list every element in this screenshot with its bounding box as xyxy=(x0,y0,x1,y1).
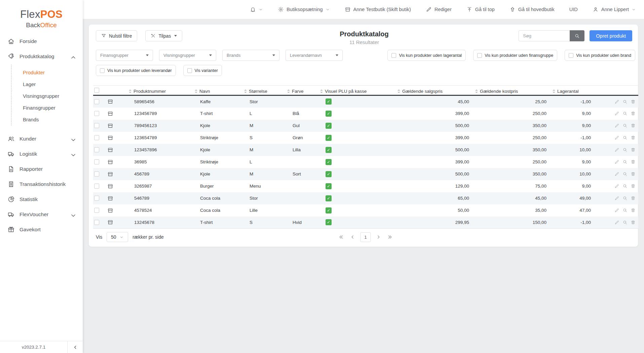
delete-icon[interactable] xyxy=(631,159,636,164)
edit-icon[interactable] xyxy=(614,220,619,225)
header-user-menu[interactable]: Anne Lippert xyxy=(593,6,636,12)
first-page-button[interactable] xyxy=(338,233,345,241)
header-current-store[interactable]: Anne Testbutik (Skift butik) xyxy=(345,6,411,12)
table-row[interactable]: 123457896KjoleMLilla✓500,00350,0010,00 xyxy=(93,144,638,156)
table-row[interactable]: 3265987BurgerMenu✓129,0075,009,00 xyxy=(93,180,638,192)
create-product-button[interactable]: Opret produkt xyxy=(590,30,632,41)
checkbox-icon[interactable] xyxy=(569,53,573,58)
sort-icon[interactable] xyxy=(129,89,131,93)
table-row[interactable]: 123654789StriktrøjeSGrøn✓399,00250,00-1,… xyxy=(93,132,638,144)
delete-icon[interactable] xyxy=(631,171,636,176)
table-row[interactable]: 456789KjoleMSort✓500,00350,0010,00 xyxy=(93,168,638,180)
row-checkbox[interactable] xyxy=(94,171,99,176)
sidebar-item-statistik[interactable]: Statistik xyxy=(0,192,83,207)
filter-checkbox-vis-kun-produkter-uden-lagerantal[interactable]: Vis kun produkter uden lagerantal xyxy=(387,50,466,61)
delete-icon[interactable] xyxy=(631,147,636,152)
header-uid[interactable]: UID xyxy=(569,7,578,12)
sidebar-item-transaktionshistorik[interactable]: Transaktionshistorik xyxy=(0,176,83,192)
view-icon[interactable] xyxy=(622,171,628,176)
edit-icon[interactable] xyxy=(614,171,619,176)
table-row[interactable]: 36985StriktrøjeL✓399,00250,009,00 xyxy=(93,156,638,168)
column-header-farve[interactable]: Farve xyxy=(285,86,317,95)
delete-icon[interactable] xyxy=(631,123,636,128)
row-checkbox[interactable] xyxy=(94,196,99,201)
column-header-lagerantal[interactable]: Lagerantal xyxy=(550,86,594,95)
sidebar-item-brands[interactable]: Brands xyxy=(23,114,83,125)
edit-icon[interactable] xyxy=(614,111,619,116)
sort-icon[interactable] xyxy=(475,89,478,93)
sidebar-item-kunder[interactable]: Kunder xyxy=(0,131,83,146)
previous-page-button[interactable] xyxy=(349,233,356,241)
table-row[interactable]: 58965456KaffeStor✓45,0025,00-1,00 xyxy=(93,95,638,108)
header-edit[interactable]: Rediger xyxy=(426,6,452,12)
sidebar-item-visningsgrupper[interactable]: Visningsgrupper xyxy=(23,90,83,102)
edit-icon[interactable] xyxy=(614,123,619,128)
edit-icon[interactable] xyxy=(614,147,619,152)
row-checkbox[interactable] xyxy=(94,208,99,213)
delete-icon[interactable] xyxy=(631,196,636,201)
column-header-produktnummer[interactable]: Produktnummer xyxy=(126,86,192,95)
header-notifications[interactable] xyxy=(250,6,263,12)
sidebar-item-lager[interactable]: Lager xyxy=(23,78,83,90)
filter-checkbox-vis-varianter[interactable]: Vis varianter xyxy=(183,65,222,76)
table-row[interactable]: 546789Coca colaStor✓65,0045,0049,00 xyxy=(93,192,638,204)
row-checkbox[interactable] xyxy=(94,135,99,140)
row-checkbox[interactable] xyxy=(94,159,99,164)
row-checkbox[interactable] xyxy=(94,123,99,128)
edit-icon[interactable] xyxy=(614,135,619,140)
edit-icon[interactable] xyxy=(614,184,619,189)
delete-icon[interactable] xyxy=(631,99,636,104)
delete-icon[interactable] xyxy=(631,184,636,189)
sidebar-item-flexvoucher[interactable]: FlexVoucher xyxy=(0,207,83,222)
view-icon[interactable] xyxy=(622,184,628,189)
row-checkbox[interactable] xyxy=(94,184,99,189)
reset-filters-button[interactable]: Nulstil filtre xyxy=(96,30,137,41)
sidebar-item-forside[interactable]: Forside xyxy=(0,34,83,49)
view-icon[interactable] xyxy=(622,196,628,201)
edit-icon[interactable] xyxy=(614,196,619,201)
delete-icon[interactable] xyxy=(631,220,636,225)
filter-select-finansgrupper[interactable]: Finansgrupper xyxy=(96,50,153,61)
filter-checkbox-vis-kun-produkter-uden-finansgruppe[interactable]: Vis kun produkter uden finansgruppe xyxy=(473,50,557,61)
sort-icon[interactable] xyxy=(195,89,197,93)
edit-icon[interactable] xyxy=(614,159,619,164)
next-page-button[interactable] xyxy=(375,233,382,241)
sort-icon[interactable] xyxy=(397,89,400,93)
sidebar-item-finansgrupper[interactable]: Finansgrupper xyxy=(23,102,83,114)
sidebar-item-produkter[interactable]: Produkter xyxy=(23,67,83,78)
table-row[interactable]: 789456123KjoleMGul✓500,00350,009,00 xyxy=(93,120,638,132)
delete-icon[interactable] xyxy=(631,208,636,213)
sidebar-item-produktkatalog[interactable]: Produktkatalog xyxy=(0,49,83,64)
table-row[interactable]: 123456789T-shirtLBlå✓399,00250,009,00 xyxy=(93,108,638,120)
edit-icon[interactable] xyxy=(614,208,619,213)
last-page-button[interactable] xyxy=(386,233,394,241)
delete-icon[interactable] xyxy=(631,135,636,140)
sort-icon[interactable] xyxy=(244,89,247,93)
column-header-gældende-kostpris[interactable]: Gældende kostpris xyxy=(472,86,550,95)
table-row[interactable]: 13245678T-shirtSHvid✓299,95150,00-1,00 xyxy=(93,217,638,229)
header-go-to-main-store[interactable]: Gå til hovedbutik xyxy=(509,6,555,12)
select-all-checkbox[interactable] xyxy=(94,88,99,93)
view-icon[interactable] xyxy=(622,159,628,164)
header-go-to-top[interactable]: Gå til top xyxy=(466,6,495,12)
sidebar-item-rapporter[interactable]: Rapporter xyxy=(0,161,83,176)
checkbox-icon[interactable] xyxy=(477,53,482,58)
current-page[interactable]: 1 xyxy=(361,232,371,242)
row-checkbox[interactable] xyxy=(94,99,99,104)
view-icon[interactable] xyxy=(622,220,628,225)
filter-checkbox-vis-kun-produkter-uden-brand[interactable]: Vis kun produkter uden brand xyxy=(565,50,635,61)
column-header-gældende-salgspris[interactable]: Gældende salgspris xyxy=(395,86,472,95)
column-header-visuel-plu-på-kasse[interactable]: Visuel PLU på kasse xyxy=(317,86,395,95)
view-icon[interactable] xyxy=(622,147,628,152)
filter-select-visningsgrupper[interactable]: Visningsgrupper xyxy=(159,50,216,61)
view-icon[interactable] xyxy=(622,135,628,140)
checkbox-icon[interactable] xyxy=(391,53,396,58)
view-icon[interactable] xyxy=(622,208,628,213)
page-size-select[interactable]: 50 xyxy=(107,232,128,242)
sidebar-item-logistik[interactable]: Logistik xyxy=(0,146,83,161)
checkbox-icon[interactable] xyxy=(100,68,105,73)
table-row[interactable]: 4578524Coca colaLille✓50,0035,0047,00 xyxy=(93,204,638,217)
sort-icon[interactable] xyxy=(287,89,290,93)
search-input[interactable] xyxy=(519,30,570,41)
row-checkbox[interactable] xyxy=(94,111,99,116)
